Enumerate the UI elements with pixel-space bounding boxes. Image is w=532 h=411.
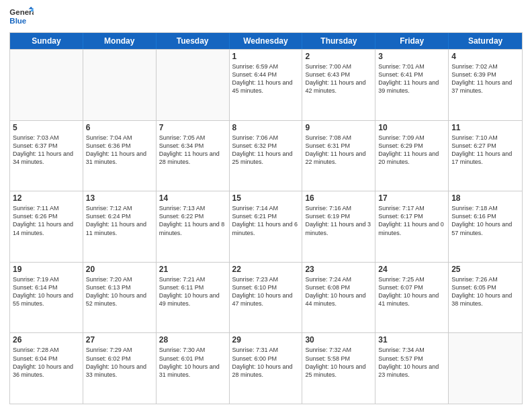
day-info: Sunrise: 7:11 AMSunset: 6:26 PMDaylight:… xyxy=(13,204,80,237)
day-cell-7: 7Sunrise: 7:05 AMSunset: 6:34 PMDaylight… xyxy=(157,121,230,191)
day-number: 26 xyxy=(13,335,80,345)
day-number: 20 xyxy=(86,265,153,274)
day-cell-31: 31Sunrise: 7:34 AMSunset: 5:57 PMDayligh… xyxy=(375,333,449,404)
day-number: 9 xyxy=(305,123,372,132)
day-info: Sunrise: 7:09 AMSunset: 6:29 PMDaylight:… xyxy=(378,134,445,167)
day-cell-29: 29Sunrise: 7:31 AMSunset: 6:00 PMDayligh… xyxy=(230,333,303,404)
empty-cell xyxy=(83,50,157,120)
day-cell-17: 17Sunrise: 7:17 AMSunset: 6:17 PMDayligh… xyxy=(375,191,449,262)
day-number: 2 xyxy=(305,52,372,61)
day-info: Sunrise: 7:13 AMSunset: 6:22 PMDaylight:… xyxy=(159,204,226,237)
day-info: Sunrise: 7:10 AMSunset: 6:27 PMDaylight:… xyxy=(451,134,519,167)
day-cell-28: 28Sunrise: 7:30 AMSunset: 6:01 PMDayligh… xyxy=(157,333,230,404)
day-number: 7 xyxy=(159,123,226,132)
day-number: 22 xyxy=(232,265,300,274)
day-number: 6 xyxy=(86,123,153,132)
day-info: Sunrise: 7:21 AMSunset: 6:11 PMDaylight:… xyxy=(159,275,226,308)
day-info: Sunrise: 7:32 AMSunset: 5:58 PMDaylight:… xyxy=(305,346,372,379)
day-number: 10 xyxy=(378,123,445,132)
day-info: Sunrise: 7:05 AMSunset: 6:34 PMDaylight:… xyxy=(159,134,226,167)
day-cell-20: 20Sunrise: 7:20 AMSunset: 6:13 PMDayligh… xyxy=(83,263,157,333)
day-info: Sunrise: 7:16 AMSunset: 6:19 PMDaylight:… xyxy=(305,204,372,237)
day-number: 1 xyxy=(232,52,300,61)
day-info: Sunrise: 7:02 AMSunset: 6:39 PMDaylight:… xyxy=(451,62,519,95)
logo-icon: General Blue xyxy=(9,7,34,27)
day-header-saturday: Saturday xyxy=(449,33,522,49)
day-number: 21 xyxy=(159,265,226,274)
day-cell-22: 22Sunrise: 7:23 AMSunset: 6:10 PMDayligh… xyxy=(230,263,303,333)
calendar-row-4: 19Sunrise: 7:19 AMSunset: 6:14 PMDayligh… xyxy=(10,262,522,333)
day-info: Sunrise: 7:03 AMSunset: 6:37 PMDaylight:… xyxy=(13,134,80,167)
calendar-row-5: 26Sunrise: 7:28 AMSunset: 6:04 PMDayligh… xyxy=(10,332,522,404)
day-info: Sunrise: 7:29 AMSunset: 6:02 PMDaylight:… xyxy=(86,346,153,379)
day-cell-13: 13Sunrise: 7:12 AMSunset: 6:24 PMDayligh… xyxy=(83,191,157,262)
day-number: 30 xyxy=(305,335,372,345)
day-number: 14 xyxy=(159,193,226,203)
day-cell-18: 18Sunrise: 7:18 AMSunset: 6:16 PMDayligh… xyxy=(449,191,522,262)
header: General Blue xyxy=(9,7,523,27)
day-cell-6: 6Sunrise: 7:04 AMSunset: 6:36 PMDaylight… xyxy=(83,121,157,191)
day-number: 16 xyxy=(305,193,372,203)
empty-cell xyxy=(10,50,83,120)
calendar: SundayMondayTuesdayWednesdayThursdayFrid… xyxy=(9,32,523,404)
day-number: 8 xyxy=(232,123,300,132)
day-info: Sunrise: 7:12 AMSunset: 6:24 PMDaylight:… xyxy=(86,204,153,237)
day-number: 25 xyxy=(451,265,519,274)
day-cell-2: 2Sunrise: 7:00 AMSunset: 6:43 PMDaylight… xyxy=(302,50,375,120)
day-info: Sunrise: 7:20 AMSunset: 6:13 PMDaylight:… xyxy=(86,275,153,308)
day-info: Sunrise: 7:18 AMSunset: 6:16 PMDaylight:… xyxy=(451,204,519,237)
day-header-friday: Friday xyxy=(375,33,449,49)
day-number: 4 xyxy=(451,52,519,61)
calendar-row-1: 1Sunrise: 6:59 AMSunset: 6:44 PMDaylight… xyxy=(10,49,522,120)
day-header-tuesday: Tuesday xyxy=(157,33,230,49)
day-info: Sunrise: 7:19 AMSunset: 6:14 PMDaylight:… xyxy=(13,275,80,308)
day-cell-8: 8Sunrise: 7:06 AMSunset: 6:32 PMDaylight… xyxy=(230,121,303,191)
day-header-wednesday: Wednesday xyxy=(230,33,303,49)
day-cell-21: 21Sunrise: 7:21 AMSunset: 6:11 PMDayligh… xyxy=(157,263,230,333)
day-number: 3 xyxy=(378,52,445,61)
day-number: 15 xyxy=(232,193,300,203)
day-cell-15: 15Sunrise: 7:14 AMSunset: 6:21 PMDayligh… xyxy=(230,191,303,262)
svg-text:Blue: Blue xyxy=(9,17,26,25)
day-number: 19 xyxy=(13,265,80,274)
day-number: 18 xyxy=(451,193,519,203)
day-cell-16: 16Sunrise: 7:16 AMSunset: 6:19 PMDayligh… xyxy=(302,191,375,262)
day-info: Sunrise: 7:28 AMSunset: 6:04 PMDaylight:… xyxy=(13,346,80,379)
day-number: 13 xyxy=(86,193,153,203)
day-info: Sunrise: 7:01 AMSunset: 6:41 PMDaylight:… xyxy=(378,62,445,95)
calendar-row-2: 5Sunrise: 7:03 AMSunset: 6:37 PMDaylight… xyxy=(10,120,522,191)
day-cell-24: 24Sunrise: 7:25 AMSunset: 6:07 PMDayligh… xyxy=(375,263,449,333)
day-info: Sunrise: 7:14 AMSunset: 6:21 PMDaylight:… xyxy=(232,204,300,237)
day-info: Sunrise: 7:06 AMSunset: 6:32 PMDaylight:… xyxy=(232,134,300,167)
logo: General Blue xyxy=(9,7,34,27)
day-info: Sunrise: 7:17 AMSunset: 6:17 PMDaylight:… xyxy=(378,204,445,237)
day-cell-27: 27Sunrise: 7:29 AMSunset: 6:02 PMDayligh… xyxy=(83,333,157,404)
day-cell-10: 10Sunrise: 7:09 AMSunset: 6:29 PMDayligh… xyxy=(375,121,449,191)
day-number: 29 xyxy=(232,335,300,345)
day-number: 31 xyxy=(378,335,445,345)
day-number: 11 xyxy=(451,123,519,132)
day-info: Sunrise: 7:31 AMSunset: 6:00 PMDaylight:… xyxy=(232,346,300,379)
day-cell-30: 30Sunrise: 7:32 AMSunset: 5:58 PMDayligh… xyxy=(302,333,375,404)
empty-cell xyxy=(449,333,522,404)
day-info: Sunrise: 7:25 AMSunset: 6:07 PMDaylight:… xyxy=(378,275,445,308)
day-info: Sunrise: 6:59 AMSunset: 6:44 PMDaylight:… xyxy=(232,62,300,95)
page: General Blue SundayMondayTuesdayWednesda… xyxy=(0,0,532,411)
day-cell-19: 19Sunrise: 7:19 AMSunset: 6:14 PMDayligh… xyxy=(10,263,83,333)
day-number: 27 xyxy=(86,335,153,345)
day-info: Sunrise: 7:34 AMSunset: 5:57 PMDaylight:… xyxy=(378,346,445,379)
day-info: Sunrise: 7:00 AMSunset: 6:43 PMDaylight:… xyxy=(305,62,372,95)
day-number: 23 xyxy=(305,265,372,274)
day-number: 5 xyxy=(13,123,80,132)
day-cell-12: 12Sunrise: 7:11 AMSunset: 6:26 PMDayligh… xyxy=(10,191,83,262)
day-cell-26: 26Sunrise: 7:28 AMSunset: 6:04 PMDayligh… xyxy=(10,333,83,404)
day-cell-4: 4Sunrise: 7:02 AMSunset: 6:39 PMDaylight… xyxy=(449,50,522,120)
day-number: 28 xyxy=(159,335,226,345)
day-info: Sunrise: 7:04 AMSunset: 6:36 PMDaylight:… xyxy=(86,134,153,167)
day-info: Sunrise: 7:23 AMSunset: 6:10 PMDaylight:… xyxy=(232,275,300,308)
day-header-monday: Monday xyxy=(83,33,157,49)
day-cell-23: 23Sunrise: 7:24 AMSunset: 6:08 PMDayligh… xyxy=(302,263,375,333)
day-cell-11: 11Sunrise: 7:10 AMSunset: 6:27 PMDayligh… xyxy=(449,121,522,191)
day-number: 12 xyxy=(13,193,80,203)
day-info: Sunrise: 7:24 AMSunset: 6:08 PMDaylight:… xyxy=(305,275,372,308)
